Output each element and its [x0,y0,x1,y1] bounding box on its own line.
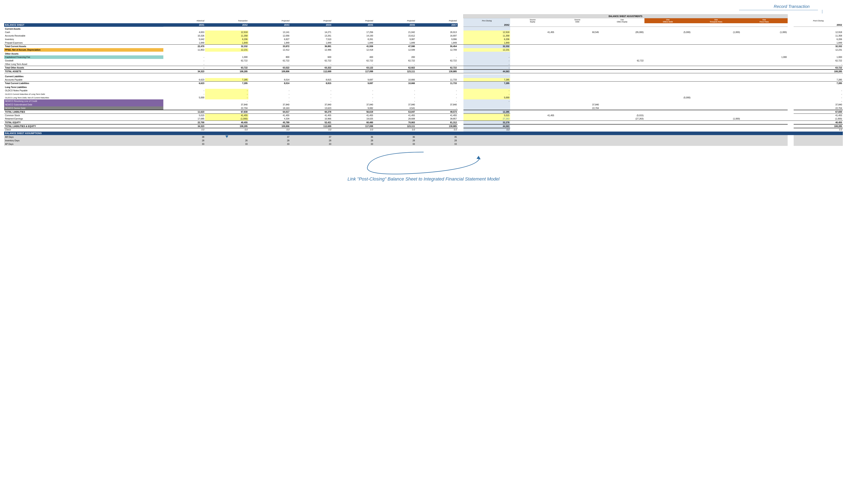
svg-marker-0 [476,156,481,159]
cash-row: Cash 4,653 12,918 13,141 14,271 17,256 2… [4,31,843,34]
long-term-liabilities-header: Long Term Liabilities [4,85,843,89]
total-liabilities-equity-row: TOTAL LIABILITIES & EQUITY 34,323 108,28… [4,124,843,128]
inventory-row: Inventory 5,642 6,206 6,827 7,510 8,261 … [4,38,843,41]
newco-sub-debt-row: NEWCO Subordinated Debt 37,840 37,840 37… [4,103,843,106]
accounts-receivable-row: Accounts Receivable 10,326 11,358 12,056… [4,34,843,38]
newco-senior-debt-row: NEWCO Senior Debt 22,704 18,163 13,623 9… [4,106,843,110]
retained-earnings-row: Retained Earnings 17,685 (1,000) 4,334 1… [4,117,843,121]
oldco-long-term-debt-row: OLDCO Long Term Debt, Net of Current Mat… [4,96,843,100]
total-current-assets-row: Total Current Assets 22,470 32,332 33,87… [4,44,843,48]
oldco-notes-payable-row: OLDCO Notes Payable - - - - - - - - - [4,89,843,92]
total-assets-row: TOTAL ASSETS 34,323 108,285 109,806 112,… [4,70,843,73]
prepaid-expenses-row: Prepaid Expenses 1,849 1,849 1,849 1,849… [4,41,843,44]
year-labels-row: BALANCE SHEET 20X1 20X2 20X3 20X4 20X5 2… [4,23,843,27]
annotation-area: Link "Post-Closing" Balance Sheet to Int… [4,150,843,182]
current-assets-header: Current Assets [4,27,843,31]
bs-section-title: BALANCE SHEET [4,23,163,27]
record-transaction-label: Record Transaction [774,4,810,9]
goodwill-row: Goodwill - 62,722 62,722 62,722 62,722 6… [4,59,843,62]
link-annotation-text: Link "Post-Closing" Balance Sheet to Int… [4,176,843,182]
page-container: Record Transaction [4,4,843,182]
assumptions-header-row: BALANCE SHEET ASSUMPTIONS [4,131,843,135]
curved-arrow-svg [351,150,496,175]
total-equity-row: TOTAL EQUITY 22,700 40,455 45,789 52,421… [4,121,843,124]
total-liabilities-row: TOTAL LIABILITIES 11,623 67,830 64,017 6… [4,110,843,114]
ap-days-row: AP Days 33 33 33 33 33 33 33 [4,142,843,146]
cap-financing-fee-row: Capitalized Financing Fee - 1,000 800 60… [4,55,843,59]
adj-section-header: BALANCE SHEET ADJUSTMENTS [464,15,788,18]
adj-section-header-row: BALANCE SHEET ADJUSTMENTS [4,15,843,18]
newco-revolver-row: NEWCO Revolving Line of Credit - - - - -… [4,100,843,103]
oldco-current-maturities-row: OLDCO Current Maturities of Long Term De… [4,92,843,96]
inventory-days-row: Inventory Days 28 26 28 28 28 28 28 [4,139,843,142]
total-current-liabilities-row: Total Current Liabilities 6,623 7,285 8,… [4,82,843,85]
check-row: Check 0.0 0.0 0.0 0.0 0.0 0.0 0.0 0.0 0.… [4,128,843,131]
ar-days-row: AR Days 38 37 37 36 36 35 [4,135,843,139]
other-long-term-asset-row: Other Long Term Asset - - - - - - - - - [4,62,843,66]
other-assets-header: Other Assets [4,52,843,55]
balance-sheet-table: BALANCE SHEET ADJUSTMENTS Historical Tra… [4,14,843,146]
common-stock-row: Common Stock 5,015 41,455 41,455 41,455 … [4,113,843,117]
adj-subcol-header-row: Historical Transaction Projected Project… [4,18,843,23]
total-other-assets-row: Total Other Assets - 63,722 63,522 63,32… [4,66,843,70]
accounts-payable-row: Accounts Payable 6,623 7,285 8,014 8,815… [4,78,843,82]
current-liabilities-header: Current Liabilities [4,74,843,78]
ppe-row: PP&E, Net of Accum. Depreciation 11,853 … [4,48,843,52]
